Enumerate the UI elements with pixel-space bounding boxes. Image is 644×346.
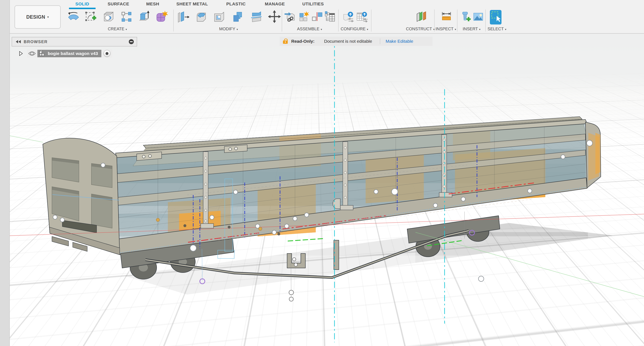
move-copy-button[interactable]	[268, 10, 281, 23]
create-sketch-icon	[84, 10, 97, 23]
hole-button[interactable]	[102, 10, 115, 23]
browser-root-item[interactable]: bogie ballast wagon v43	[19, 49, 112, 58]
workspace-switcher[interactable]: DESIGN ▾	[14, 5, 61, 29]
group-label-construct[interactable]: CONSTRUCT▾	[406, 26, 434, 32]
component-table-button[interactable]	[324, 10, 336, 23]
group-separator	[282, 9, 282, 31]
group-separator	[485, 9, 486, 31]
create-form-icon	[155, 10, 168, 23]
offset-plane-button[interactable]	[415, 10, 427, 23]
expand-arrow-icon[interactable]	[19, 51, 23, 56]
group-label-text: ASSEMBLE	[297, 26, 320, 31]
wagon-end-face[interactable]	[43, 138, 120, 255]
create-form-button[interactable]	[155, 10, 168, 23]
group-separator	[371, 9, 372, 31]
lock-icon	[283, 39, 288, 44]
component-name: bogie ballast wagon v43	[48, 51, 98, 56]
group-label-insert[interactable]: INSERT▾	[463, 26, 480, 32]
visibility-eye-icon[interactable]	[28, 51, 36, 56]
canvas-icon	[472, 10, 484, 23]
group-label-configure[interactable]: CONFIGURE▾	[341, 26, 368, 32]
tab-mesh[interactable]: MESH	[144, 0, 162, 9]
mirror-button[interactable]	[311, 10, 323, 23]
window-left-rail	[0, 0, 10, 346]
component-table-icon	[324, 10, 336, 23]
tab-manage[interactable]: MANAGE	[262, 0, 288, 9]
press-pull-icon	[176, 10, 190, 23]
mirror-icon	[311, 10, 323, 23]
browser-panel-header: BROWSER	[12, 37, 137, 46]
readonly-label: Read-Only:	[291, 39, 314, 44]
combine-button[interactable]	[231, 10, 244, 23]
tab-utilities[interactable]: UTILITIES	[301, 0, 325, 9]
group-label-modify[interactable]: MODIFY▾	[219, 26, 238, 32]
readonly-banner: Read-Only: Document is not editable Make…	[280, 37, 432, 46]
revolve-button[interactable]	[67, 10, 80, 23]
readonly-message: Document is not editable	[324, 39, 372, 44]
minimize-panel-icon[interactable]	[129, 39, 134, 44]
activate-component-radio[interactable]	[104, 50, 110, 57]
configuration-table-button[interactable]	[356, 10, 368, 23]
group-label-inspect[interactable]: INSPECT▾	[436, 26, 456, 32]
rectangular-pattern-button[interactable]	[120, 10, 133, 23]
tab-sheet-metal[interactable]: SHEET METAL	[173, 0, 211, 9]
shell-button[interactable]	[212, 10, 226, 23]
group-label-text: CONSTRUCT	[406, 26, 432, 31]
configuration-table-icon	[356, 10, 368, 23]
browser-item-body[interactable]: bogie ballast wagon v43	[27, 49, 112, 58]
revolve-icon	[67, 10, 80, 23]
group-label-text: INSPECT	[436, 26, 454, 31]
tab-surface[interactable]: SURFACE	[105, 0, 132, 9]
component-icon	[39, 50, 45, 57]
configure-button[interactable]	[342, 10, 354, 23]
viewport-canvas[interactable]	[0, 34, 644, 346]
canvas-button[interactable]	[472, 10, 484, 23]
fillet-icon	[195, 10, 208, 23]
collapse-panel-icon[interactable]	[16, 40, 21, 43]
model-bogie-ballast-wagon[interactable]	[0, 34, 644, 346]
chevron-down-icon: ▾	[126, 28, 127, 31]
group-label-text: MODIFY	[219, 26, 235, 31]
main-toolbar: DESIGN ▾ SOLID SURFACE MESH SHEET METAL …	[0, 0, 644, 34]
insert-link-button[interactable]	[284, 10, 296, 23]
fillet-button[interactable]	[195, 10, 208, 23]
measure-button[interactable]	[440, 10, 452, 23]
combine-icon	[231, 10, 244, 23]
group-label-assemble[interactable]: ASSEMBLE▾	[297, 26, 322, 32]
wagon-right-end	[586, 122, 601, 188]
group-separator	[338, 9, 338, 31]
browser-item-selected[interactable]: bogie ballast wagon v43	[38, 50, 102, 57]
tab-plastic[interactable]: PLASTIC	[224, 0, 248, 9]
offset-plane-icon	[415, 10, 427, 23]
configure-icon	[342, 10, 354, 23]
insert-fastener-button[interactable]	[460, 10, 471, 23]
new-component-button[interactable]	[298, 10, 310, 23]
shell-icon	[212, 10, 226, 23]
rectangular-pattern-icon	[120, 10, 133, 23]
split-body-icon	[250, 10, 263, 23]
browser-title: BROWSER	[24, 39, 48, 44]
group-label-text: SELECT	[488, 26, 504, 31]
select-icon	[490, 9, 502, 25]
extrude-icon	[138, 10, 150, 23]
move-copy-icon	[268, 10, 281, 23]
hole-icon	[102, 10, 115, 23]
extrude-button[interactable]	[138, 10, 150, 23]
split-body-button[interactable]	[250, 10, 263, 23]
chevron-down-icon: ▾	[455, 28, 456, 31]
chevron-down-icon: ▾	[433, 28, 435, 31]
insert-link-icon	[284, 10, 296, 23]
group-label-create[interactable]: CREATE▾	[108, 26, 127, 32]
create-sketch-button[interactable]	[84, 10, 97, 23]
make-editable-link[interactable]: Make Editable	[386, 39, 413, 44]
chevron-down-icon: ▾	[479, 28, 480, 31]
select-button[interactable]	[490, 9, 502, 25]
tab-solid[interactable]: SOLID	[69, 0, 96, 9]
group-label-select[interactable]: SELECT▾	[488, 26, 506, 32]
group-label-text: INSERT	[463, 26, 478, 31]
chevron-down-icon: ▾	[47, 15, 49, 19]
chevron-down-icon: ▾	[367, 28, 368, 31]
chevron-down-icon: ▾	[236, 28, 238, 31]
chevron-down-icon: ▾	[505, 28, 506, 31]
press-pull-button[interactable]	[176, 10, 190, 23]
